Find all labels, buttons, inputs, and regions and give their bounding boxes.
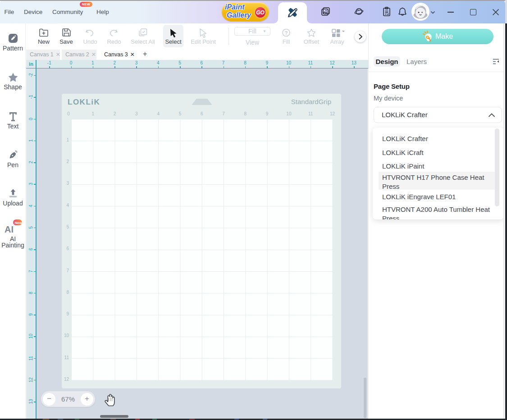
svg-text:New: New (14, 221, 22, 225)
svg-text:AI: AI (5, 224, 14, 234)
svg-text:?: ? (285, 30, 288, 36)
